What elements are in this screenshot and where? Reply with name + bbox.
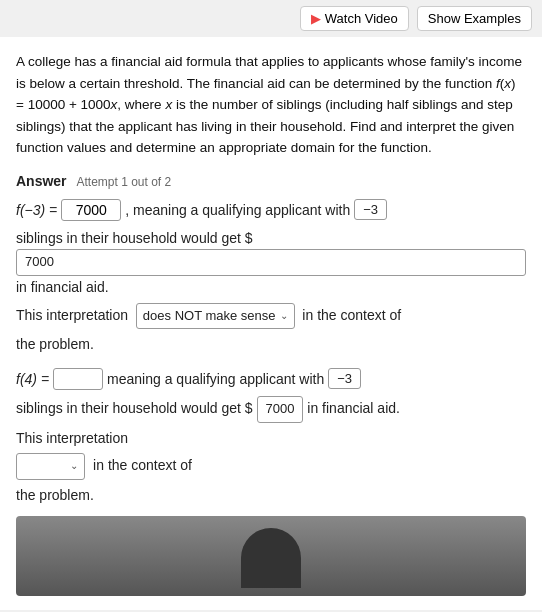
part1-equation-line: f(−3) = , meaning a qualifying applicant…: [16, 199, 526, 221]
answer-label: Answer: [16, 173, 67, 189]
part1-aid-box: 7000: [16, 249, 526, 276]
part1-does-not-dropdown[interactable]: does NOT make sense ⌄: [136, 303, 295, 330]
top-bar: ▶ Watch Video Show Examples: [0, 0, 542, 37]
main-content: A college has a financial aid formula th…: [0, 37, 542, 610]
part2-aid-box: 7000: [257, 396, 304, 423]
part1-problem-line: the problem.: [16, 333, 526, 355]
part1-interp-line: This interpretation does NOT make sense …: [16, 303, 526, 330]
answer-section: Answer Attempt 1 out of 2: [16, 173, 526, 189]
part2-aid-value: 7000: [266, 401, 295, 416]
chevron-down-icon: ⌄: [280, 308, 288, 324]
show-examples-button[interactable]: Show Examples: [417, 6, 532, 31]
part1-dropdown-value: does NOT make sense: [143, 306, 276, 327]
chevron-down-icon-2: ⌄: [70, 458, 78, 474]
part1-siblings-line: siblings in their household would get $ …: [16, 227, 526, 299]
part2-interp-line: This interpretation: [16, 427, 526, 449]
part1-func-call: f(−3) =: [16, 202, 57, 218]
person-silhouette: [241, 528, 301, 588]
part2-block: f(4) = meaning a qualifying applicant wi…: [16, 368, 526, 506]
part2-siblings-line: siblings in their household would get $ …: [16, 396, 526, 423]
watch-video-button[interactable]: ▶ Watch Video: [300, 6, 409, 31]
part2-func-call: f(4) =: [16, 371, 49, 387]
part2-meaning-text: meaning a qualifying applicant with: [107, 371, 324, 387]
part2-problem-line: the problem.: [16, 484, 526, 506]
play-icon: ▶: [311, 11, 321, 26]
problem-text: A college has a financial aid formula th…: [16, 51, 526, 159]
part2-context-line: ⌄ in the context of: [16, 453, 526, 480]
part1-siblings-box: −3: [354, 199, 387, 220]
part2-dropdown[interactable]: ⌄: [16, 453, 85, 480]
part2-dropdown-placeholder: [23, 456, 66, 477]
part1-value-input[interactable]: [61, 199, 121, 221]
part1-block: f(−3) = , meaning a qualifying applicant…: [16, 199, 526, 356]
camera-area: [16, 516, 526, 596]
part2-value-input[interactable]: [53, 368, 103, 390]
part2-siblings-box: −3: [328, 368, 361, 389]
watch-video-label: Watch Video: [325, 11, 398, 26]
attempt-label: Attempt 1 out of 2: [76, 175, 171, 189]
part2-equation-line: f(4) = meaning a qualifying applicant wi…: [16, 368, 526, 390]
show-examples-label: Show Examples: [428, 11, 521, 26]
part1-aid-value: 7000: [25, 252, 54, 273]
part1-meaning-text: , meaning a qualifying applicant with: [125, 202, 350, 218]
